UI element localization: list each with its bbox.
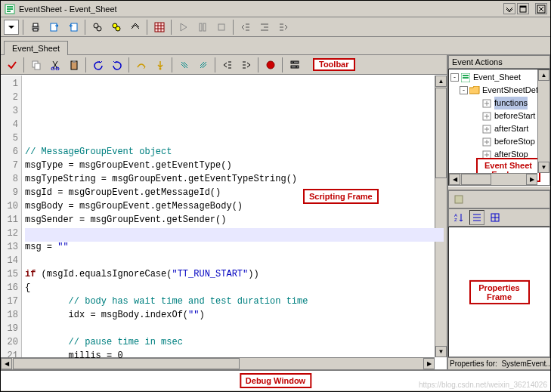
svg-rect-17 [200,23,202,31]
svg-rect-16 [155,23,164,32]
editor-pane: Toolbar 12345678910111213141516171819202… [1,55,448,369]
tree-label: beforeStop [494,135,535,148]
properties-grid[interactable]: PropertiesFrame [448,227,550,357]
script-icon [481,124,492,134]
indent-button[interactable] [255,19,273,35]
svg-point-30 [293,61,294,63]
window-title: EventSheet - Event_Sheet [19,5,502,14]
step-into-button[interactable] [151,57,169,73]
paste-button[interactable] [65,57,82,73]
export-button[interactable] [45,19,63,35]
svg-rect-34 [463,77,469,79]
settings-button[interactable] [286,57,303,73]
svg-rect-21 [35,63,40,69]
properties-toolbar [448,190,550,208]
svg-rect-9 [33,29,38,31]
svg-rect-8 [33,23,38,26]
props-list-button[interactable] [469,210,484,225]
svg-rect-3 [7,11,11,12]
pause-button[interactable] [193,19,211,35]
expander-icon[interactable]: - [450,73,459,82]
line-gutter: 12345678910111213141516171819202122 [1,76,22,369]
tree-node[interactable]: functions [450,97,548,110]
script-icon [481,98,492,109]
svg-rect-18 [203,23,206,31]
props-sort-az-button[interactable]: AZ [451,210,466,225]
sort-button[interactable] [126,19,144,35]
debug-window-label: Debug Window [240,373,311,388]
properties-footer: Properties for: SystemEvent... [448,357,550,369]
outdent-alt-button[interactable] [274,19,292,35]
svg-rect-19 [218,24,224,30]
code-text[interactable]: // MessageGroupEvent objectmsgType = msg… [22,76,447,369]
svg-point-31 [296,66,297,67]
work-area: Toolbar 12345678910111213141516171819202… [1,55,550,369]
tree-label: afterStart [494,122,528,135]
step-over-button[interactable] [132,57,150,73]
tree-node[interactable]: afterStart [450,122,548,135]
document-tabs: Event_Sheet [1,37,550,55]
editor-toolbar: Toolbar [1,55,447,75]
props-category-button[interactable] [451,192,466,207]
code-editor[interactable]: 12345678910111213141516171819202122 // M… [1,75,447,369]
print-button[interactable] [26,19,44,35]
grid-button[interactable] [150,19,168,35]
svg-rect-5 [520,6,526,8]
event-actions-title: Event Actions [448,55,550,69]
tree-node[interactable]: -EventSheetDefinition [450,84,548,97]
event-sheet-icon [4,3,16,15]
outdent-editor-button[interactable] [218,57,236,73]
copy-button[interactable] [27,57,45,73]
properties-view-toolbar: AZ [448,208,550,227]
svg-rect-29 [291,66,299,68]
breakpoint-button[interactable] [262,57,279,73]
indent-editor-button[interactable] [237,57,255,73]
dropdown-selector[interactable] [4,20,19,35]
expander-icon[interactable]: - [460,86,468,94]
maximize-button[interactable] [517,3,529,14]
tree-label: Event_Sheet [473,71,521,84]
outdent-button[interactable] [237,19,254,35]
close-button[interactable] [535,3,547,14]
debug-window[interactable]: Debug Window https://blog.csdn.net/weixi… [1,369,550,390]
minimize-button[interactable] [503,3,515,14]
script-icon [481,137,492,147]
svg-rect-40 [455,196,463,203]
watermark-text: https://blog.csdn.net/weixin_36214026 [419,381,547,389]
find-next-button[interactable] [107,19,125,35]
find-button[interactable] [88,19,106,35]
comment-button[interactable] [175,57,193,73]
stop-button[interactable] [212,19,230,35]
props-grid-button[interactable] [488,210,503,225]
import-button[interactable] [64,19,82,35]
main-toolbar [1,17,550,37]
tree-label: beforeStart [494,110,535,122]
tree-hscroll[interactable]: ◀ ▶ [449,173,537,185]
svg-point-13 [97,26,101,31]
tab-event-sheet[interactable]: Event_Sheet [4,41,68,55]
svg-rect-28 [291,61,299,63]
svg-text:Z: Z [454,218,457,222]
undo-button[interactable] [89,57,107,73]
uncomment-button[interactable] [194,57,212,73]
tree-node[interactable]: beforeStop [450,135,548,148]
validate-button[interactable] [3,57,20,73]
tree-node[interactable]: beforeStart [450,110,548,122]
tree-vscroll[interactable]: ▲ ▼ [537,69,549,173]
toolbar-label: Toolbar [313,58,355,70]
svg-rect-2 [7,8,13,10]
right-pane: Event Actions -Event_Sheet-EventSheetDef… [448,55,550,369]
redo-button[interactable] [108,57,125,73]
titlebar: EventSheet - Event_Sheet [1,1,550,17]
svg-rect-25 [73,60,76,63]
svg-rect-1 [7,6,13,8]
svg-point-26 [159,67,161,69]
cut-button[interactable] [46,57,63,73]
event-tree[interactable]: -Event_Sheet-EventSheetDefinitionfunctio… [448,69,550,186]
event-sheet-icon [460,73,471,83]
tree-node[interactable]: -Event_Sheet [450,71,548,84]
play-button[interactable] [175,19,192,35]
svg-rect-33 [463,75,469,76]
script-icon [481,111,492,122]
svg-rect-11 [71,23,77,31]
